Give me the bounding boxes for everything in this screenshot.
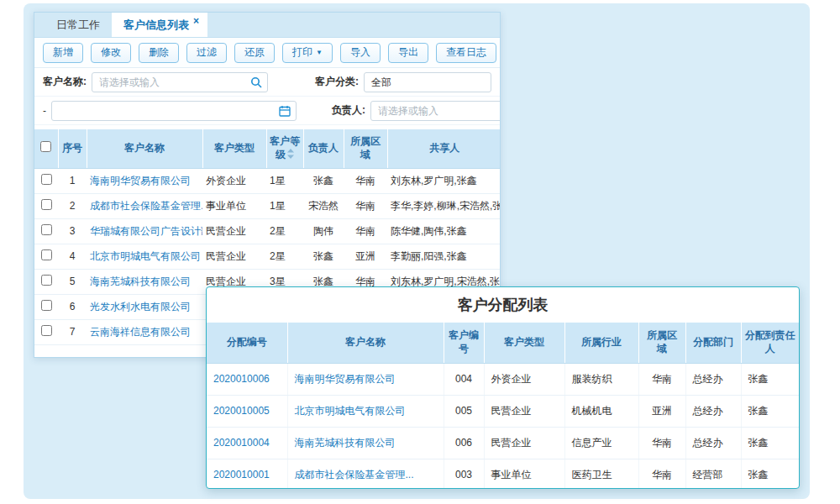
customer-name-input[interactable]	[92, 72, 268, 92]
table-row: 2020010004 海南芜城科技有限公司 006 民营企业 信息产业 华南 总…	[207, 427, 799, 459]
row-checkbox[interactable]	[41, 199, 52, 210]
customer-name-link[interactable]: 海南明华贸易有限公司	[90, 175, 191, 186]
col-customer-name: 客户名称	[287, 323, 444, 363]
shared-cell: 陈华健,陶伟,张鑫	[387, 218, 501, 244]
customer-name-link[interactable]: 成都市社会保险基金管理...	[295, 469, 414, 480]
owner-input[interactable]	[370, 101, 501, 121]
alloc-no-cell: 2020010001	[207, 459, 287, 489]
customer-name-cell: 光发水利水电有限公司	[87, 294, 202, 319]
customer-name-link[interactable]: 海南明华贸易有限公司	[295, 373, 396, 385]
customer-type-cell: 民营企业	[202, 218, 266, 244]
alloc-dept-cell: 经营部	[685, 459, 741, 489]
caret-down-icon: ▼	[316, 50, 323, 56]
tab-daily-work[interactable]: 日常工作	[45, 13, 112, 37]
customer-name-link[interactable]: 北京市明城电气有限公司	[295, 405, 406, 417]
customer-type-cell: 民营企业	[202, 244, 266, 269]
tab-bar: 日常工作 客户信息列表 ×	[34, 13, 500, 38]
print-button[interactable]: 打印 ▼	[282, 43, 333, 63]
customer-name-cell: 海南明华贸易有限公司	[87, 168, 202, 193]
row-checkbox[interactable]	[41, 275, 52, 286]
customer-type-cell: 外资企业	[202, 168, 266, 193]
alloc-no-link[interactable]: 2020010001	[213, 469, 270, 480]
col-owner: 负责人	[303, 129, 344, 168]
customer-level-cell: 2星	[266, 218, 303, 244]
row-checkbox[interactable]	[41, 325, 52, 336]
row-checkbox[interactable]	[41, 224, 52, 235]
calendar-icon[interactable]	[279, 105, 291, 117]
assignee-cell[interactable]: 张鑫	[741, 427, 799, 459]
checkbox-cell	[34, 269, 58, 294]
select-all-checkbox[interactable]	[40, 141, 51, 152]
col-customer-level[interactable]: 客户等级	[266, 129, 303, 168]
customer-name-link[interactable]: 海南芜城科技有限公司	[295, 437, 396, 449]
row-checkbox[interactable]	[41, 174, 52, 185]
customer-level-cell: 2星	[266, 244, 303, 269]
checkbox-cell	[34, 244, 58, 269]
customer-name-cell: 云南海祥信息有限公司	[87, 319, 202, 344]
assignee-cell[interactable]: 张鑫	[741, 363, 799, 395]
region-cell: 华南	[638, 427, 685, 459]
checkbox-cell	[34, 218, 58, 244]
customer-category-label: 客户分类:	[315, 75, 359, 89]
row-no: 2	[58, 193, 87, 218]
alloc-no-link[interactable]: 2020010006	[213, 373, 270, 385]
date-input[interactable]	[51, 101, 297, 121]
import-button[interactable]: 导入	[340, 43, 381, 63]
row-checkbox[interactable]	[41, 300, 52, 311]
customer-allocation-panel: 客户分配列表 分配编号 客户名称 客户编号 客户类型 所属行业 所属区域 分配部…	[206, 286, 800, 489]
allocation-table: 分配编号 客户名称 客户编号 客户类型 所属行业 所属区域 分配部门 分配到责任…	[207, 323, 799, 489]
owner-cell[interactable]: 张鑫	[303, 244, 344, 269]
sort-icon[interactable]	[287, 149, 294, 159]
alloc-no-link[interactable]: 2020010004	[213, 437, 270, 449]
row-no: 6	[58, 294, 87, 319]
col-alloc-no: 分配编号	[207, 323, 287, 363]
add-button[interactable]: 新增	[43, 43, 83, 63]
owner-cell[interactable]: 张鑫	[303, 168, 344, 193]
filter-button[interactable]: 过滤	[186, 43, 227, 63]
search-icon[interactable]	[250, 76, 262, 88]
table-row: 4 北京市明城电气有限公司 民营企业 2星 张鑫 亚洲 李勤丽,阳强,张鑫	[34, 244, 501, 269]
col-industry: 所属行业	[564, 323, 638, 363]
customer-name-cell: 海南芜城科技有限公司	[287, 427, 444, 459]
customer-name-link[interactable]: 海南芜城科技有限公司	[90, 276, 191, 287]
alloc-dept-cell: 总经办	[685, 395, 741, 427]
assignee-cell[interactable]: 张鑫	[741, 459, 799, 489]
checkbox-cell	[34, 168, 58, 193]
col-customer-type: 客户类型	[484, 323, 564, 363]
customer-name-link[interactable]: 光发水利水电有限公司	[90, 301, 191, 312]
customer-name-cell: 华瑞城有限公司广告设计部	[87, 218, 202, 244]
col-alloc-dept: 分配部门	[685, 323, 741, 363]
owner-cell[interactable]: 宋浩然	[303, 193, 344, 218]
select-all-cell	[34, 129, 58, 168]
customer-name-link[interactable]: 华瑞城有限公司广告设计部	[90, 225, 202, 237]
owner-cell[interactable]: 陶伟	[303, 218, 344, 244]
delete-button[interactable]: 删除	[139, 43, 179, 63]
customer-name-label: 客户名称:	[43, 75, 87, 89]
customer-name-link[interactable]: 北京市明城电气有限公司	[90, 250, 201, 262]
checkbox-cell	[34, 319, 58, 344]
customer-name-cell: 北京市明城电气有限公司	[287, 395, 444, 427]
customer-name-link[interactable]: 成都市社会保险基金管理...	[90, 200, 202, 212]
filter-row-2: - 负责人:	[34, 97, 500, 125]
col-customer-level-label: 客户等级	[270, 135, 300, 160]
restore-button[interactable]: 还原	[234, 43, 275, 63]
alloc-no-link[interactable]: 2020010005	[213, 405, 270, 417]
shared-cell: 李华,李婷,柳琳,宋浩然,张鑫	[387, 193, 501, 218]
assignee-cell[interactable]: 张鑫	[741, 395, 799, 427]
edit-button[interactable]: 修改	[91, 43, 131, 63]
shared-cell: 李勤丽,阳强,张鑫	[387, 244, 501, 269]
tab-customer-info-list[interactable]: 客户信息列表 ×	[112, 13, 207, 37]
industry-cell: 服装纺织	[564, 363, 638, 395]
row-no: 1	[58, 168, 87, 193]
customer-category-select[interactable]: 全部	[364, 72, 491, 92]
customer-type-cell: 事业单位	[484, 459, 564, 489]
alloc-no-cell: 2020010004	[207, 427, 287, 459]
row-checkbox[interactable]	[41, 249, 52, 260]
col-customer-name: 客户名称	[87, 129, 202, 168]
table-row: 2020010001 成都市社会保险基金管理... 003 事业单位 医药卫生 …	[207, 459, 799, 489]
close-icon[interactable]: ×	[193, 15, 199, 27]
region-cell: 华南	[638, 363, 685, 395]
view-log-button[interactable]: 查看日志	[436, 43, 496, 63]
export-button[interactable]: 导出	[388, 43, 428, 63]
customer-name-link[interactable]: 云南海祥信息有限公司	[90, 326, 191, 338]
